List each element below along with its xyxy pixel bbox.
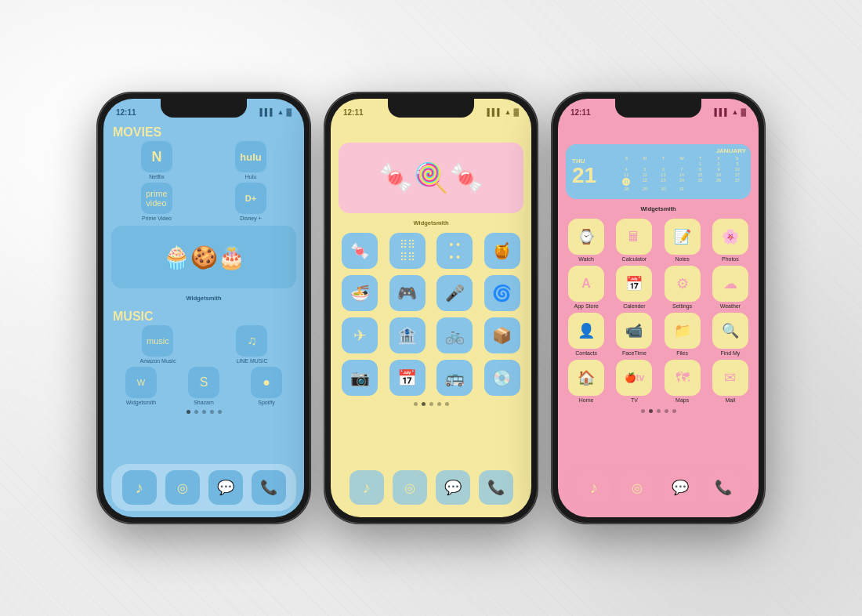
shazam-label: Shazam: [194, 400, 214, 405]
mail-app[interactable]: ✉ Mail: [708, 360, 752, 403]
dock-phone[interactable]: 📞: [252, 470, 286, 505]
contacts-app[interactable]: 👤 Contacts: [564, 313, 608, 356]
home-app[interactable]: 🏠 Home: [564, 360, 608, 403]
cal-d19: 15: [691, 172, 709, 177]
calendar-app[interactable]: 📅 Calender: [612, 266, 656, 309]
findmy-app[interactable]: 🔍 Find My: [708, 313, 752, 356]
linemusic-app[interactable]: ♫ LINE MUSIC: [236, 325, 267, 364]
app-grid-p2-row1: 🍬 ⠿⠿⠿⠿ • •• • 🍯: [331, 230, 531, 272]
amazonmusic-label: Amazon Music: [140, 358, 176, 364]
spotify-app[interactable]: ● Spotify: [251, 367, 282, 405]
dock-music[interactable]: ♪: [122, 470, 157, 505]
watch-app[interactable]: ⌚ Watch: [564, 219, 608, 262]
p2-icon-15: 🚌: [436, 360, 473, 396]
movies-widget: 🧁🍪🎂: [111, 226, 296, 288]
tv-app[interactable]: 🍎tv TV: [612, 360, 656, 403]
p2-app-1[interactable]: 🍬: [339, 233, 382, 269]
p2-app-12[interactable]: 📦: [481, 317, 524, 353]
battery-icon: ▓: [286, 108, 292, 116]
dock-safari-icon: ◎: [165, 470, 200, 505]
p2-app-9[interactable]: ✈: [339, 317, 382, 353]
p2-icon-13: 📷: [342, 360, 378, 396]
dot-1: [187, 410, 190, 414]
dock2-messages[interactable]: 💬: [436, 470, 470, 505]
cal-d24: 24: [673, 178, 691, 186]
dock3-safari[interactable]: ◎: [620, 470, 654, 505]
dot3-2: [649, 409, 653, 413]
maps-app[interactable]: 🗺 Maps: [661, 360, 704, 403]
dock3-music[interactable]: ♪: [577, 470, 611, 505]
cal-right: JANUARY S M T W T F S 1 2: [613, 144, 751, 199]
p2-icon-3: • •• •: [436, 233, 473, 269]
files-label: Files: [676, 350, 688, 356]
netflix-app[interactable]: N Netflix: [141, 141, 172, 179]
notes-app[interactable]: 📝 Notes: [661, 219, 704, 262]
dock3-messages[interactable]: 💬: [663, 470, 697, 505]
p2-app-11[interactable]: 🚲: [433, 317, 476, 353]
p2-app-2[interactable]: ⠿⠿⠿⠿: [386, 233, 429, 269]
linemusic-icon: ♫: [236, 325, 267, 357]
p2-app-4[interactable]: 🍯: [481, 233, 524, 269]
photos-label: Photos: [722, 256, 739, 262]
cal-d16: 12: [636, 172, 654, 177]
notch-2: [388, 99, 474, 118]
weather-app[interactable]: ☁ Weather: [708, 266, 752, 309]
dock-phone-icon: 📞: [252, 470, 286, 505]
p2-app-16[interactable]: 💿: [481, 360, 524, 396]
cal-d17: 13: [654, 172, 672, 177]
spotify-label: Spotify: [258, 400, 274, 405]
dock-3: ♪ ◎ 💬 📞: [566, 464, 751, 511]
cal-d31: 31: [673, 187, 691, 191]
photos-app[interactable]: 🌸 Photos: [708, 219, 752, 262]
dock3-phone[interactable]: 📞: [706, 470, 741, 505]
phone-1: 12:11 ▌▌▌ ▲ ▓ MOVIES N Netflix hulu: [97, 92, 310, 524]
facetime-icon: 📹: [616, 313, 652, 349]
settings-app[interactable]: ⚙ Settings: [661, 266, 704, 309]
dock2-safari[interactable]: ◎: [393, 470, 427, 505]
dock-safari[interactable]: ◎: [165, 470, 200, 505]
p2-app-3[interactable]: • •• •: [433, 233, 476, 269]
p2-app-15[interactable]: 🚌: [433, 360, 476, 396]
dock2-music[interactable]: ♪: [350, 470, 384, 505]
p2-app-13[interactable]: 📷: [339, 360, 382, 396]
cal-d23: 23: [654, 178, 672, 186]
cal-left: THU 21: [566, 144, 613, 199]
dock2-phone[interactable]: 📞: [479, 470, 513, 505]
page-dots-3: [558, 409, 759, 413]
hulu-app[interactable]: hulu Hulu: [235, 141, 266, 179]
calculator-app[interactable]: 🖩 Calculator: [612, 219, 656, 262]
p2-icon-9: ✈: [342, 317, 378, 353]
cal-header-t: T: [654, 156, 672, 161]
shazam-app[interactable]: S Shazam: [188, 367, 219, 405]
contacts-icon: 👤: [568, 313, 604, 349]
dot2-1: [414, 402, 418, 406]
cal-num: 21: [572, 165, 607, 187]
appstore-label: App Store: [574, 303, 599, 309]
primevideo-app[interactable]: primevideo Prime Video: [141, 183, 172, 221]
spotify-icon: ●: [251, 367, 282, 398]
disneyplus-app[interactable]: D+ Disney +: [235, 183, 266, 221]
cal-header-th: T: [691, 156, 709, 161]
appstore-app[interactable]: A App Store: [564, 266, 608, 309]
cal-header-f: F: [710, 156, 728, 161]
tv-label: TV: [631, 397, 638, 403]
p2-app-6[interactable]: 🎮: [386, 275, 429, 311]
p2-app-8[interactable]: 🌀: [481, 275, 524, 311]
p2-icon-2: ⠿⠿⠿⠿: [389, 233, 426, 269]
p2-app-14[interactable]: 📅: [386, 360, 429, 396]
p2-app-10[interactable]: 🏦: [386, 317, 429, 353]
dock2-safari-icon: ◎: [393, 470, 427, 505]
cal-d28: 28: [618, 187, 636, 191]
cal-d6: 2: [710, 161, 728, 166]
dock3-messages-icon: 💬: [663, 470, 697, 505]
facetime-app[interactable]: 📹 FaceTime: [612, 313, 656, 356]
widgetsmith2-app[interactable]: W Widgetsmith: [125, 367, 157, 405]
weather-icon: ☁: [712, 266, 748, 302]
p2-app-5[interactable]: 🍜: [339, 275, 382, 311]
files-app[interactable]: 📁 Files: [661, 313, 704, 356]
maps-icon: 🗺: [665, 360, 701, 396]
amazonmusic-app[interactable]: music Amazon Music: [140, 325, 176, 364]
dock-messages[interactable]: 💬: [208, 470, 243, 505]
p2-app-7[interactable]: 🎤: [433, 275, 476, 311]
p2-icon-7: 🎤: [436, 275, 473, 311]
